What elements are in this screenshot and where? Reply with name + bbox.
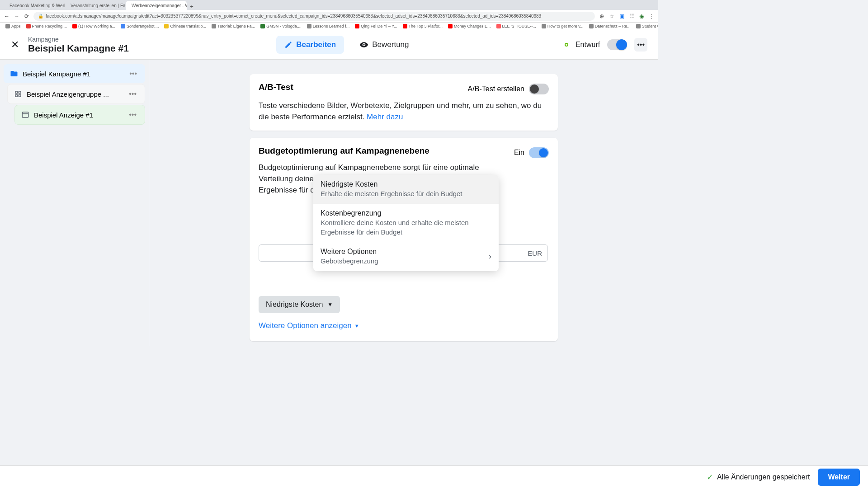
bookmark-label: How to get more v...: [547, 24, 584, 28]
browser-tab[interactable]: Facebook Marketing & Werbe...×: [4, 1, 65, 10]
bookmark-item[interactable]: Sonderangebot,...: [119, 23, 161, 29]
bookmark-item[interactable]: Lessons Learned f...: [305, 23, 352, 29]
bookmark-favicon: [403, 24, 407, 28]
app-body: Beispiel Kampagne #1 ••• Beispiel Anzeig…: [0, 60, 658, 346]
bookmark-item[interactable]: (1) How Working a...: [71, 23, 117, 29]
tab-edit[interactable]: Bearbeiten: [276, 36, 344, 54]
bookmark-item[interactable]: Student Wants an...: [634, 23, 658, 29]
page-title: Beispiel Kampagne #1: [28, 43, 129, 54]
extension-icon[interactable]: ◉: [638, 13, 645, 19]
url-text: facebook.com/adsmanager/manage/campaigns…: [46, 14, 541, 19]
bookmark-item[interactable]: Apps: [4, 23, 23, 29]
bookmark-favicon: [542, 24, 546, 28]
bookmark-favicon: [448, 24, 453, 28]
bookmark-item[interactable]: Qing Fei De Yi – Y...: [353, 23, 399, 29]
menu-icon[interactable]: ⋮: [648, 13, 655, 19]
bookmark-item[interactable]: Tutorial: Eigene Fa...: [210, 23, 257, 29]
bookmark-item[interactable]: Datenschutz – Re...: [587, 23, 632, 29]
bookmark-label: LEE 'S HOUSE--...: [502, 24, 536, 28]
option-cost-cap[interactable]: Kostenbegrenzung Kontrolliere deine Kost…: [313, 204, 499, 242]
bookmark-favicon: [636, 24, 641, 28]
bookmark-label: Phone Recycling,...: [32, 24, 67, 28]
eye-icon: [359, 40, 368, 49]
toggle-label: Ein: [514, 149, 524, 157]
bookmark-favicon: [496, 24, 501, 28]
tab-label: Bearbeiten: [296, 40, 336, 49]
bookmark-favicon: [26, 24, 31, 28]
option-title: Kostenbegrenzung: [321, 209, 491, 217]
tab-bar: Facebook Marketing & Werbe...× Veranstal…: [0, 0, 658, 10]
campaign-toggle[interactable]: [607, 39, 627, 50]
header-subtitle: Kampagne: [28, 36, 129, 43]
content-area: A/B-Test A/B-Test erstellen Teste versch…: [149, 60, 658, 346]
abtest-card: A/B-Test A/B-Test erstellen Teste versch…: [250, 74, 558, 131]
card-title: Budgetoptimierung auf Kampagnenebene: [259, 146, 429, 156]
bookmark-item[interactable]: Phone Recycling,...: [24, 23, 69, 29]
option-title: Niedrigste Kosten: [321, 180, 462, 188]
bookmark-item[interactable]: How to get more v...: [540, 23, 585, 29]
sidebar-item-ad[interactable]: Beispiel Anzeige #1 •••: [14, 105, 145, 125]
caret-down-icon: ▼: [354, 323, 359, 328]
bookmark-label: Qing Fei De Yi – Y...: [361, 24, 397, 28]
tab-review[interactable]: Bewertung: [351, 36, 417, 54]
star-icon[interactable]: ☆: [609, 13, 615, 19]
bid-strategy-dropdown[interactable]: Niedrigste Kosten ▼: [259, 296, 340, 313]
bookmark-item[interactable]: GMSN - Vologda,...: [259, 23, 303, 29]
bookmark-label: Lessons Learned f...: [313, 24, 350, 28]
sidebar-item-adset[interactable]: Beispiel Anzeigengruppe ... •••: [7, 84, 145, 104]
more-icon[interactable]: •••: [127, 70, 139, 78]
sidebar-item-label: Beispiel Kampagne #1: [23, 70, 90, 78]
zoom-icon[interactable]: ⊕: [599, 13, 605, 19]
more-icon[interactable]: •••: [127, 90, 138, 98]
url-bar-row: ← → ⟳ 🔒facebook.com/adsmanager/manage/ca…: [0, 10, 658, 23]
chevron-right-icon: ›: [489, 252, 491, 261]
pencil-icon: [284, 41, 292, 49]
grid-icon: [14, 90, 22, 98]
abtest-toggle[interactable]: [529, 84, 549, 94]
sidebar-item-campaign[interactable]: Beispiel Kampagne #1 •••: [4, 64, 145, 83]
app-header: ✕ Kampagne Beispiel Kampagne #1 Bearbeit…: [0, 30, 658, 60]
folder-icon: [10, 70, 18, 78]
extension-icon[interactable]: ☷: [628, 13, 635, 19]
bookmark-item[interactable]: The Top 3 Platfor...: [401, 23, 444, 29]
tab-title: Werbeanzeigenmanager - We...: [132, 3, 187, 8]
toggle-label: A/B-Test erstellen: [468, 85, 524, 93]
bookmark-favicon: [260, 24, 265, 28]
card-description: Teste verschiedene Bilder, Werbetexte, Z…: [259, 100, 549, 122]
option-more[interactable]: Weitere Optionen Gebotsbegrenzung ›: [313, 242, 499, 271]
bookmark-favicon: [164, 24, 169, 28]
url-bar[interactable]: 🔒facebook.com/adsmanager/manage/campaign…: [33, 12, 595, 21]
close-icon[interactable]: ✕: [11, 39, 19, 51]
bookmark-bar: AppsPhone Recycling,...(1) How Working a…: [0, 23, 658, 30]
dropdown-value: Niedrigste Kosten: [266, 300, 323, 309]
bookmark-item[interactable]: LEE 'S HOUSE--...: [495, 23, 538, 29]
extension-icon[interactable]: ▣: [618, 13, 625, 19]
header-tabs: Bearbeiten Bewertung: [276, 36, 417, 54]
bookmark-item[interactable]: Money Changes E...: [446, 23, 493, 29]
bookmark-label: Money Changes E...: [454, 24, 491, 28]
option-lowest-cost[interactable]: Niedrigste Kosten Erhalte die meisten Er…: [313, 175, 499, 204]
bookmark-label: Sonderangebot,...: [127, 24, 159, 28]
bookmark-favicon: [5, 24, 10, 28]
more-button[interactable]: •••: [634, 38, 647, 52]
bookmark-favicon: [121, 24, 125, 28]
tab-title: Facebook Marketing & Werbe...: [9, 3, 65, 8]
browser-tab-active[interactable]: Werbeanzeigenmanager - We...×: [126, 1, 187, 10]
bookmark-label: Datenschutz – Re...: [595, 24, 631, 28]
forward-button[interactable]: →: [14, 13, 20, 19]
bookmark-item[interactable]: Chinese translatio...: [162, 23, 208, 29]
reload-button[interactable]: ⟳: [24, 13, 30, 19]
status-dot-icon: [565, 43, 568, 47]
budget-toggle[interactable]: [529, 147, 549, 158]
learn-more-link[interactable]: Mehr dazu: [367, 113, 403, 121]
more-icon[interactable]: •••: [127, 111, 138, 119]
browser-tab[interactable]: Veranstaltung erstellen | Face...×: [65, 1, 126, 10]
header-right: Entwurf •••: [565, 38, 647, 52]
bookmark-label: Tutorial: Eigene Fa...: [217, 24, 255, 28]
option-subtitle: Gebotsbegrenzung: [321, 257, 378, 266]
tab-title: Veranstaltung erstellen | Face...: [71, 3, 126, 8]
new-tab-button[interactable]: +: [188, 3, 195, 10]
show-more-link[interactable]: Weitere Optionen anzeigen ▼: [259, 321, 359, 330]
option-subtitle: Kontrolliere deine Kosten und erhalte di…: [321, 218, 491, 237]
back-button[interactable]: ←: [4, 13, 10, 19]
